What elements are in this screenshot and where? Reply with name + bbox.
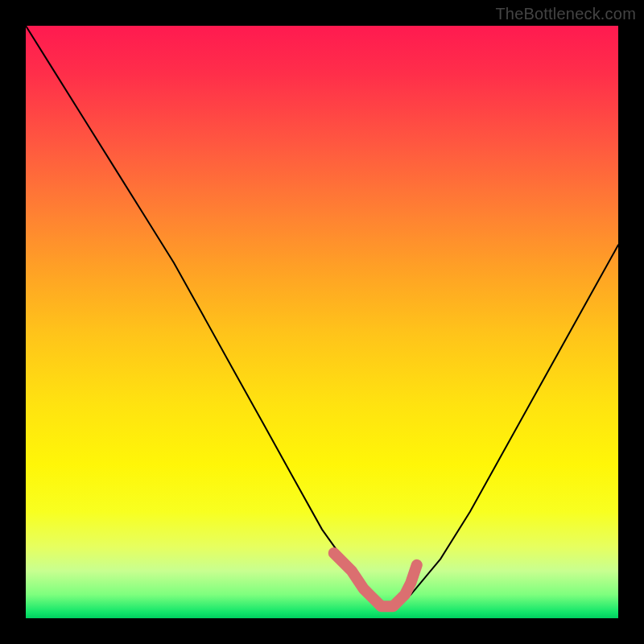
plot-area [26, 26, 618, 618]
chart-svg [26, 26, 618, 618]
chart-frame: TheBottleneck.com [0, 0, 644, 644]
curve-layer [26, 26, 618, 606]
watermark-text: TheBottleneck.com [495, 5, 636, 23]
bottleneck-curve [26, 26, 618, 606]
optimal-range-marker [334, 553, 417, 606]
